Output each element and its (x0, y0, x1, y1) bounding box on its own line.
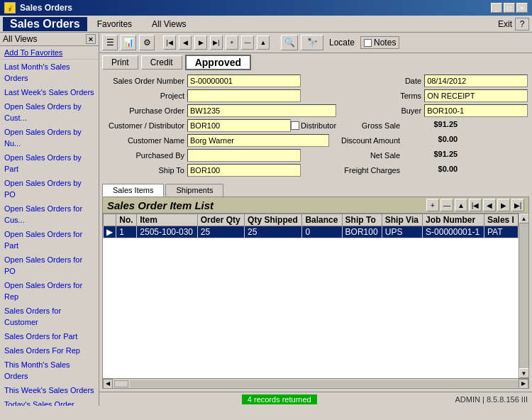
tab-sales-items[interactable]: Sales Items (102, 184, 164, 197)
col-order-qty[interactable]: Order Qty (197, 214, 244, 226)
row-balance-cell: 0 (302, 226, 342, 238)
items-add-button[interactable]: + (426, 199, 439, 211)
right-scrollbar: ▲ ▼ (519, 214, 528, 378)
items-prev-button[interactable]: ◀ (483, 199, 496, 211)
ship-to-row: Ship To (102, 164, 339, 177)
toolbar-btn-chart[interactable]: 📊 (121, 35, 136, 50)
col-ship-to[interactable]: Ship To (342, 214, 382, 226)
sidebar-item-last-month[interactable]: Last Month's Sales Orders (0, 60, 99, 85)
scroll-up-button[interactable]: ▲ (519, 214, 529, 223)
search-btn[interactable]: 🔍 (281, 35, 298, 50)
menu-all-views[interactable]: All Views (149, 18, 189, 30)
nav-prev-button[interactable]: ◀ (179, 35, 192, 50)
status-bar: 4 records returned ADMIN | 8.5.8.156 III (99, 392, 532, 406)
purchase-order-label: Purchase Order (102, 106, 187, 115)
notes-checkbox (364, 39, 372, 47)
scroll-down-button[interactable]: ▼ (519, 368, 529, 378)
items-delete-button[interactable]: — (440, 199, 453, 211)
nav-last-button[interactable]: ▶| (210, 35, 223, 50)
distributor-checkbox[interactable] (291, 121, 299, 130)
nav-add-button[interactable]: + (226, 35, 238, 50)
locate-button[interactable]: Locate (326, 37, 358, 48)
scroll-left-button[interactable]: ◀ (103, 379, 113, 389)
col-no[interactable]: No. (116, 214, 137, 226)
purchased-by-input[interactable] (187, 149, 301, 162)
sidebar-item-for-rep[interactable]: Sales Orders For Rep (0, 343, 99, 358)
sales-order-number-label: Sales Order Number (102, 77, 187, 85)
sidebar-item-open-for-part[interactable]: Open Sales Orders for Part (0, 227, 99, 253)
project-input[interactable] (187, 89, 301, 102)
col-item[interactable]: Item (137, 214, 197, 226)
row-ship-to-cell: BOR100 (342, 226, 382, 238)
sidebar-item-open-num[interactable]: Open Sales Orders by Nu... (0, 125, 99, 150)
sidebar-item-for-part[interactable]: Sales Orders for Part (0, 329, 99, 343)
date-input[interactable] (424, 74, 528, 87)
tab-shipments[interactable]: Shipments (165, 184, 223, 197)
nav-up-button[interactable]: ▲ (257, 35, 270, 50)
toolbar-btn-list[interactable]: ☰ (102, 35, 118, 50)
help-button[interactable]: ? (515, 18, 529, 31)
main-container: All Views × Add To Favorites Last Month'… (0, 33, 532, 406)
terms-input[interactable] (424, 89, 528, 102)
scroll-right-button[interactable]: ▶ (519, 379, 528, 389)
sidebar-item-this-week[interactable]: This Week's Sales Orders (0, 383, 99, 397)
sidebar-item-open-for-po[interactable]: Open Sales Orders for PO (0, 253, 99, 278)
net-sale-value: $91.25 (403, 149, 460, 162)
items-next-button[interactable]: ▶ (497, 199, 510, 211)
row-arrow-cell: ▶ (104, 226, 116, 238)
add-to-favorites-link[interactable]: Add To Favorites (0, 46, 99, 60)
table-row[interactable]: ▶12505-100-03025250BOR100UPSS-00000001-1… (104, 226, 519, 238)
purchase-order-input[interactable] (187, 104, 336, 117)
sidebar-item-open-part[interactable]: Open Sales Orders by Part (0, 150, 99, 176)
menu-favorites[interactable]: Favorites (94, 18, 135, 30)
col-balance[interactable]: Balance (302, 214, 342, 226)
close-button[interactable]: × (516, 3, 528, 13)
right-fields: Date Terms Buyer Gross Sale $91.25 Disco… (339, 74, 531, 179)
menu-exit[interactable]: Exit (495, 18, 515, 30)
discount-amount-value: $0.00 (403, 134, 460, 147)
net-sale-label: Net Sale (339, 151, 403, 160)
notes-label: Notes (374, 38, 396, 48)
items-table-body: ▶12505-100-03025250BOR100UPSS-00000001-1… (104, 226, 519, 238)
notes-button[interactable]: Notes (360, 36, 399, 49)
toolbar: ☰ 📊 ⚙ |◀ ◀ ▶ ▶| + — ▲ 🔍 🔭 Locate Notes (99, 33, 532, 53)
binoculars-btn[interactable]: 🔭 (301, 35, 323, 50)
customer-name-input[interactable] (187, 134, 329, 147)
nav-delete-button[interactable]: — (241, 35, 254, 50)
row-order-qty-cell: 25 (197, 226, 244, 238)
minimize-button[interactable]: _ (491, 3, 502, 13)
ship-to-input[interactable] (187, 164, 301, 177)
sales-order-number-input[interactable] (187, 74, 301, 87)
items-last-button[interactable]: ▶| (511, 199, 524, 211)
nav-next-button[interactable]: ▶ (194, 35, 207, 50)
sidebar-item-open-for-cus[interactable]: Open Sales Orders for Cus... (0, 201, 99, 227)
sidebar-item-today-activity[interactable]: Today's Sales Order Activity (0, 397, 99, 406)
toolbar-btn-settings[interactable]: ⚙ (139, 35, 155, 50)
sidebar-item-open-for-rep[interactable]: Open Sales Orders for Rep (0, 278, 99, 304)
discount-amount-label: Discount Amount (339, 136, 403, 145)
customer-distributor-label: Customer / Distributor (102, 121, 187, 130)
col-qty-shipped[interactable]: Qty Shipped (245, 214, 302, 226)
date-label: Date (339, 77, 424, 85)
credit-button[interactable]: Credit (141, 55, 182, 70)
sidebar-item-last-week[interactable]: Last Week's Sales Orders (0, 85, 99, 99)
items-up-button[interactable]: ▲ (455, 199, 467, 211)
sidebar-item-this-month[interactable]: This Month's Sales Orders (0, 358, 99, 383)
sidebar-close-button[interactable]: × (86, 34, 96, 44)
sidebar-item-for-customer[interactable]: Sales Orders for Customer (0, 304, 99, 329)
nav-first-button[interactable]: |◀ (163, 35, 176, 50)
maximize-button[interactable]: □ (504, 3, 515, 13)
buyer-input[interactable] (424, 104, 528, 117)
sidebar-item-open-po[interactable]: Open Sales Orders by PO (0, 176, 99, 201)
scroll-thumb[interactable] (114, 380, 128, 387)
print-button[interactable]: Print (102, 55, 138, 70)
left-fields: Sales Order Number Project Purchase Orde… (102, 74, 339, 179)
date-row: Date (339, 74, 531, 87)
sidebar-item-open-cust[interactable]: Open Sales Orders by Cust... (0, 99, 99, 125)
items-first-button[interactable]: |◀ (469, 199, 482, 211)
customer-distributor-input[interactable] (187, 119, 291, 132)
col-ship-via[interactable]: Ship Via (382, 214, 422, 226)
col-job-number[interactable]: Job Number (423, 214, 484, 226)
col-sales-i[interactable]: Sales I (484, 214, 518, 226)
row-sales-i-cell: PAT (484, 226, 518, 238)
